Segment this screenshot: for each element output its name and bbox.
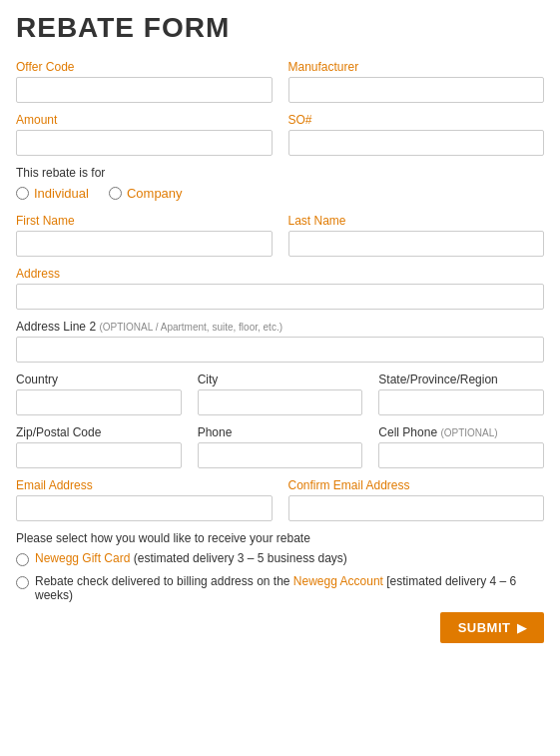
submit-label: SUBMIT <box>458 620 511 635</box>
rebate-delivery-label: Please select how you would like to rece… <box>16 531 544 545</box>
cell-phone-optional: (OPTIONAL) <box>440 427 497 438</box>
last-name-label: Last Name <box>288 214 545 228</box>
confirm-email-input[interactable] <box>288 495 545 521</box>
email-label: Email Address <box>16 478 273 492</box>
address-line2-input[interactable] <box>16 337 544 363</box>
company-label: Company <box>127 186 183 201</box>
amount-label: Amount <box>16 113 273 127</box>
last-name-input[interactable] <box>288 231 545 257</box>
amount-input[interactable] <box>16 130 273 156</box>
individual-label: Individual <box>34 186 89 201</box>
confirm-email-label: Confirm Email Address <box>288 478 545 492</box>
individual-radio[interactable] <box>16 187 29 200</box>
manufacturer-input[interactable] <box>288 77 545 103</box>
rebate-option-check[interactable]: Rebate check delivered to billing addres… <box>16 574 544 602</box>
cell-phone-input[interactable] <box>378 442 544 468</box>
company-radio[interactable] <box>109 187 122 200</box>
address-line2-label: Address Line 2 (OPTIONAL / Apartment, su… <box>16 320 544 334</box>
submit-arrow-icon: ▶ <box>517 621 527 635</box>
zip-label: Zip/Postal Code <box>16 425 182 439</box>
phone-label: Phone <box>198 425 363 439</box>
address-input[interactable] <box>16 284 544 310</box>
city-label: City <box>198 373 363 386</box>
city-input[interactable] <box>198 389 363 415</box>
address-line2-optional: (OPTIONAL / Apartment, suite, floor, etc… <box>99 322 282 333</box>
state-input[interactable] <box>378 389 544 415</box>
country-input[interactable] <box>16 389 182 415</box>
check-radio[interactable] <box>16 576 29 589</box>
gift-card-radio[interactable] <box>16 553 29 566</box>
zip-input[interactable] <box>16 442 182 468</box>
manufacturer-label: Manufacturer <box>288 60 545 74</box>
submit-button[interactable]: SUBMIT ▶ <box>440 612 544 643</box>
page-title: REBATE FORM <box>16 12 544 44</box>
so-number-label: SO# <box>288 113 545 127</box>
check-text: Rebate check delivered to billing addres… <box>35 574 544 602</box>
country-label: Country <box>16 373 182 386</box>
rebate-for-label: This rebate is for <box>16 166 544 180</box>
so-number-input[interactable] <box>288 130 545 156</box>
phone-input[interactable] <box>198 442 363 468</box>
offer-code-label: Offer Code <box>16 60 273 74</box>
first-name-label: First Name <box>16 214 273 228</box>
cell-phone-label: Cell Phone (OPTIONAL) <box>378 425 544 439</box>
gift-card-text: Newegg Gift Card (estimated delivery 3 –… <box>35 551 347 565</box>
rebate-option-gift-card[interactable]: Newegg Gift Card (estimated delivery 3 –… <box>16 551 544 566</box>
state-label: State/Province/Region <box>378 373 544 386</box>
company-option[interactable]: Company <box>109 186 183 201</box>
gift-card-link: Newegg Gift Card <box>35 551 130 565</box>
individual-option[interactable]: Individual <box>16 186 89 201</box>
newegg-account-link: Newegg Account <box>293 574 383 588</box>
offer-code-input[interactable] <box>16 77 273 103</box>
first-name-input[interactable] <box>16 231 273 257</box>
email-input[interactable] <box>16 495 273 521</box>
rebate-options: Newegg Gift Card (estimated delivery 3 –… <box>16 551 544 602</box>
address-label: Address <box>16 267 544 281</box>
